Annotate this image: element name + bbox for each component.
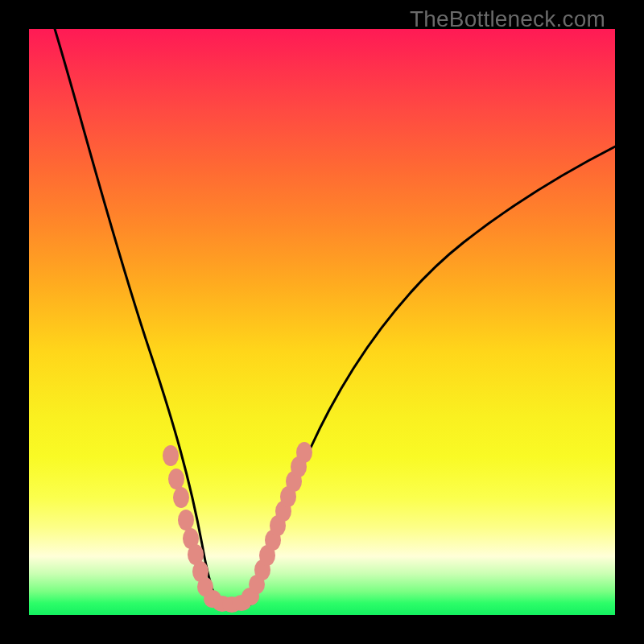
svg-point-2: [173, 487, 189, 508]
watermark-text: TheBottleneck.com: [410, 6, 605, 32]
svg-point-0: [163, 445, 179, 466]
curve-layer: [29, 29, 615, 615]
svg-point-1: [168, 469, 184, 489]
svg-point-22: [296, 442, 312, 463]
curve-right-branch: [250, 142, 615, 605]
plot-area: [29, 29, 615, 615]
svg-point-3: [178, 510, 194, 530]
chart-frame: TheBottleneck.com: [0, 0, 644, 644]
